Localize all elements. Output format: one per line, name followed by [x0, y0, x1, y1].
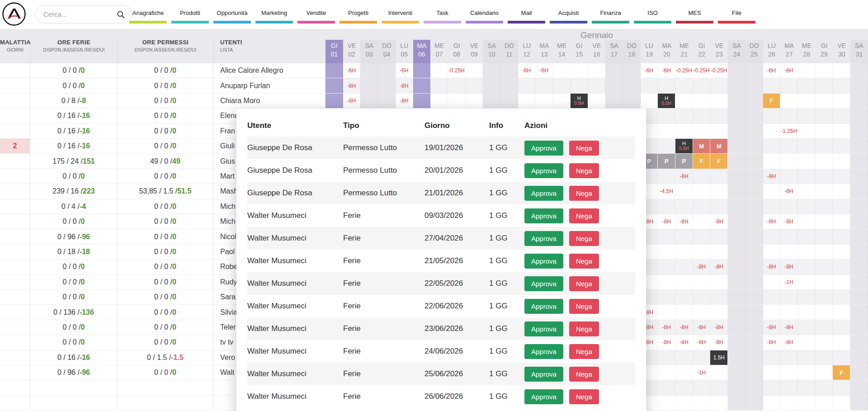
deny-button[interactable]: Nega [569, 367, 599, 382]
day-cell[interactable]: -8H [675, 320, 693, 335]
deny-button[interactable]: Nega [569, 231, 599, 246]
nav-item-anagrafiche[interactable]: Anagrafiche [127, 0, 169, 28]
day-cell[interactable]: -6H [641, 63, 658, 78]
approve-button[interactable]: Approva [524, 321, 563, 336]
approve-button[interactable]: Approva [524, 344, 563, 359]
day-cell[interactable]: -8H [693, 320, 711, 335]
day-cell[interactable]: -8H [343, 94, 361, 108]
nav-item-iso[interactable]: ISO [632, 0, 674, 28]
day-cell[interactable]: -8H [780, 214, 798, 229]
day-cell[interactable]: -8H [780, 335, 798, 350]
deny-button[interactable]: Nega [569, 299, 599, 314]
day-cell[interactable]: P [658, 154, 675, 168]
day-cell[interactable]: -8H [710, 335, 728, 350]
day-cell[interactable]: -8H [710, 260, 728, 274]
search-input[interactable] [42, 10, 116, 19]
day-cell[interactable]: -6H [780, 63, 798, 78]
deny-button[interactable]: Nega [569, 276, 599, 291]
day-cell[interactable]: H0.5H [675, 139, 693, 153]
approve-button[interactable]: Approva [524, 299, 563, 314]
search-icon[interactable] [116, 10, 125, 19]
day-cell[interactable]: H0.5H [571, 94, 588, 108]
deny-button[interactable]: Nega [569, 186, 599, 201]
nav-item-prodotti[interactable]: Prodotti [169, 0, 211, 28]
nav-item-marketing[interactable]: Marketing [253, 0, 295, 28]
day-cell[interactable]: -8H [693, 260, 711, 274]
request-date: 25/06/2026 [425, 369, 489, 378]
day-cell[interactable]: -8H [763, 214, 781, 229]
day-cell[interactable]: M [693, 139, 711, 153]
nav-item-finanza[interactable]: Finanza [590, 0, 632, 28]
deny-button[interactable]: Nega [569, 208, 599, 223]
day-cell[interactable]: P [675, 154, 693, 168]
deny-button[interactable]: Nega [569, 163, 599, 178]
day-cell[interactable]: -8H [763, 260, 781, 274]
day-cell[interactable]: F [833, 365, 850, 380]
day-cell[interactable]: -8H [675, 335, 693, 350]
day-cell[interactable]: F [710, 154, 728, 168]
nav-item-progetti[interactable]: Progetti [337, 0, 379, 28]
day-cell[interactable]: -6H [535, 63, 553, 78]
deny-button[interactable]: Nega [569, 321, 599, 336]
deny-button[interactable]: Nega [569, 389, 599, 404]
day-cell[interactable]: -6H [343, 63, 361, 78]
day-cell[interactable]: -6H [658, 63, 675, 78]
approve-button[interactable]: Approva [524, 186, 563, 201]
day-cell[interactable]: -8H [763, 320, 781, 335]
day-cell[interactable]: -8H [763, 169, 781, 184]
day-cell[interactable]: -8H [675, 214, 693, 229]
day-cell[interactable]: -8H [658, 320, 675, 335]
day-cell[interactable]: F [763, 94, 781, 108]
day-cell[interactable]: -8H [675, 169, 693, 184]
approve-button[interactable]: Approva [524, 163, 563, 178]
day-cell[interactable]: -1.25H [780, 124, 798, 138]
approve-button[interactable]: Approva [524, 389, 563, 404]
day-cell[interactable]: -0.25H [675, 63, 693, 78]
nav-item-opportunit-[interactable]: Opportunità [211, 0, 253, 28]
day-cell[interactable]: -8H [763, 335, 781, 350]
day-cell[interactable]: -1H [693, 365, 711, 380]
day-cell[interactable]: -8H [710, 320, 728, 335]
day-cell[interactable]: -0.25H [693, 63, 711, 78]
nav-item-file[interactable]: File [716, 0, 758, 28]
nav-item-calendario[interactable]: Calendario [463, 0, 505, 28]
day-cell[interactable]: 1.5H [710, 350, 728, 365]
nav-item-task[interactable]: Task [421, 0, 463, 28]
day-cell[interactable]: -6H [396, 63, 413, 78]
day-cell[interactable]: -6H [763, 63, 781, 78]
day-cell[interactable]: -8H [396, 94, 413, 108]
nav-item-vendite[interactable]: Vendite [295, 0, 337, 28]
approve-button[interactable]: Approva [524, 141, 563, 156]
day-cell[interactable]: -8H [396, 78, 413, 93]
day-cell[interactable]: H0.5H [658, 94, 675, 108]
day-cell [745, 184, 763, 198]
approve-button[interactable]: Approva [524, 367, 563, 382]
day-cell[interactable]: -0.25H [448, 63, 466, 78]
day-cell[interactable]: -8H [710, 214, 728, 229]
deny-button[interactable]: Nega [569, 254, 599, 269]
day-cell[interactable]: -8H [780, 320, 798, 335]
approve-button[interactable]: Approva [524, 276, 563, 291]
deny-button[interactable]: Nega [569, 344, 599, 359]
day-cell[interactable]: -6H [518, 63, 536, 78]
day-cell[interactable]: -4.5H [658, 184, 675, 198]
nav-item-interventi[interactable]: Interventi [379, 0, 421, 28]
day-cell[interactable]: F [693, 154, 711, 168]
day-cell[interactable]: -0.25H [710, 63, 728, 78]
day-cell[interactable]: -8H [343, 78, 361, 93]
day-cell[interactable]: -1H [780, 275, 798, 289]
day-cell[interactable]: -6H [780, 184, 798, 198]
day-cell[interactable]: -8H [780, 260, 798, 274]
nav-item-mail[interactable]: Mail [505, 0, 547, 28]
approve-button[interactable]: Approva [524, 208, 563, 223]
approve-button[interactable]: Approva [524, 231, 563, 246]
day-cell[interactable]: M [710, 139, 728, 153]
day-cell[interactable]: -8H [693, 335, 711, 350]
nav-item-acquisti[interactable]: Acquisti [547, 0, 590, 28]
deny-button[interactable]: Nega [569, 141, 599, 156]
nav-item-mes[interactable]: MES [674, 0, 716, 28]
day-cell[interactable]: -8H [658, 214, 675, 229]
app-logo[interactable] [1, 1, 27, 27]
approve-button[interactable]: Approva [524, 254, 563, 269]
day-cell[interactable]: -8H [658, 335, 675, 350]
